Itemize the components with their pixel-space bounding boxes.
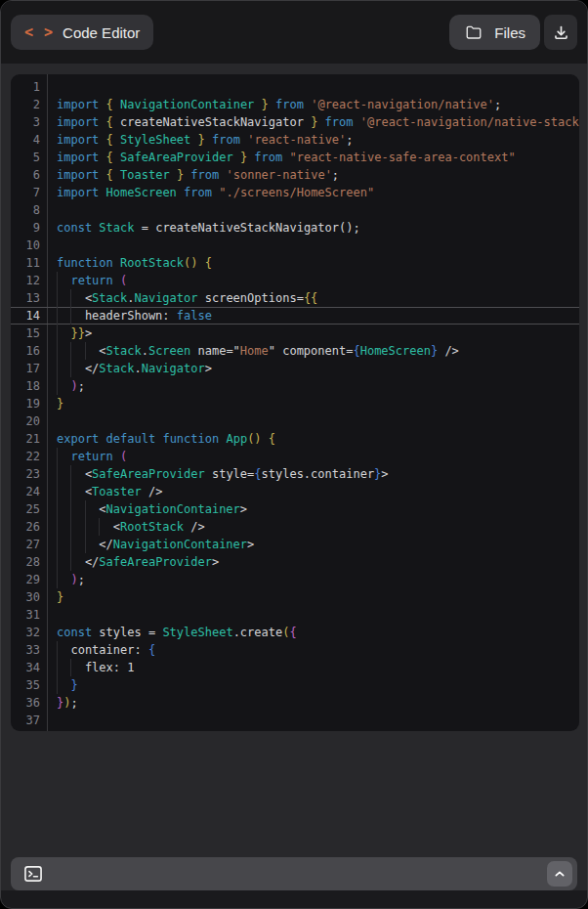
code-token	[170, 168, 177, 182]
code-token	[254, 98, 261, 111]
code-line[interactable]: 9const Stack = createNativeStackNavigato…	[11, 219, 579, 237]
code-line[interactable]: 11function RootStack() {	[11, 254, 579, 272]
code-token: const	[57, 626, 92, 639]
indent-guide	[70, 518, 84, 536]
code-line[interactable]: 18);	[11, 377, 579, 395]
chevron-up-icon	[552, 866, 567, 882]
code-brackets-icon: < >	[24, 23, 54, 41]
code-editor-panel[interactable]: 12import { NavigationContainer } from '@…	[11, 74, 579, 731]
code-line[interactable]: 7import HomeScreen from "./screens/HomeS…	[11, 184, 579, 201]
code-token: function	[162, 432, 219, 446]
code-line[interactable]: 12return (	[11, 272, 579, 289]
code-token: (	[120, 450, 127, 463]
code-line[interactable]: 15}}>	[11, 325, 579, 342]
code-line[interactable]: 24<Toaster />	[11, 483, 579, 500]
code-token: </	[85, 555, 99, 569]
code-line[interactable]: 35}	[11, 676, 579, 694]
code-token: >	[212, 555, 219, 569]
line-number: 11	[11, 254, 40, 272]
code-line[interactable]: 26<RootStack />	[11, 518, 579, 536]
terminal-button[interactable]	[22, 863, 44, 885]
line-number: 10	[11, 237, 40, 254]
code-line[interactable]: 36});	[11, 694, 579, 712]
code-token: >	[240, 502, 247, 516]
code-line[interactable]: 23<SafeAreaProvider style={styles.contai…	[11, 465, 579, 483]
indent-guide	[70, 659, 84, 676]
code-line[interactable]: 34flex: 1	[11, 659, 579, 676]
code-token: NavigationContainer	[120, 98, 254, 111]
code-line[interactable]: 6import { Toaster } from 'sonner-native'…	[11, 166, 579, 184]
code-token: name="	[190, 344, 240, 358]
code-token	[99, 168, 105, 182]
code-line[interactable]: 16<Stack.Screen name="Home" component={H…	[11, 342, 579, 360]
code-token: />	[438, 344, 459, 358]
code-token: {	[353, 344, 359, 358]
code-line[interactable]: 13<Stack.Navigator screenOptions={{	[11, 289, 579, 307]
code-token: styles =	[92, 626, 162, 639]
line-number: 35	[11, 676, 40, 694]
code-line[interactable]: 21export default function App() {	[11, 430, 579, 448]
code-line[interactable]: 14headerShown: false	[11, 307, 579, 325]
code-line[interactable]: 22return (	[11, 448, 579, 465]
code-token: {{	[304, 291, 317, 305]
download-button[interactable]	[544, 15, 577, 50]
code-token: from	[212, 133, 240, 147]
code-token: }	[57, 397, 63, 411]
line-number: 17	[11, 360, 40, 377]
code-token	[205, 133, 212, 147]
code-token: default	[106, 432, 156, 446]
code-line[interactable]: 8	[11, 201, 579, 219]
code-line[interactable]: 1	[11, 78, 579, 96]
files-button[interactable]: Files	[449, 15, 540, 50]
line-number: 32	[11, 624, 40, 641]
code-token	[190, 133, 197, 147]
code-token: }	[262, 98, 269, 111]
code-token: "./screens/HomeScreen"	[219, 186, 374, 199]
code-token	[113, 450, 120, 463]
code-token: {	[205, 256, 212, 270]
line-number: 6	[11, 166, 40, 184]
indent-guide	[70, 500, 84, 518]
code-token: <	[99, 344, 105, 358]
code-line[interactable]: 10	[11, 237, 579, 254]
code-token	[99, 98, 105, 111]
code-line[interactable]: 32const styles = StyleSheet.create({	[11, 624, 579, 641]
code-token: from	[190, 168, 219, 182]
indent-guide	[57, 641, 70, 659]
code-token	[233, 151, 240, 164]
line-number: 33	[11, 641, 40, 659]
code-token: from	[254, 151, 282, 164]
indent-guide	[85, 500, 99, 518]
code-token: ;	[332, 168, 339, 182]
code-token	[99, 133, 105, 147]
code-line[interactable]: 4import { StyleSheet } from 'react-nativ…	[11, 131, 579, 149]
code-token: StyleSheet	[120, 133, 190, 147]
code-line[interactable]: 5import { SafeAreaProvider } from "react…	[11, 149, 579, 166]
code-line[interactable]: 37	[11, 712, 579, 729]
code-line[interactable]: 17</Stack.Navigator>	[11, 360, 579, 377]
console-bar[interactable]	[11, 857, 577, 890]
line-number: 5	[11, 149, 40, 166]
line-number: 31	[11, 606, 40, 624]
code-token: Stack	[92, 291, 127, 305]
code-line[interactable]: 29);	[11, 571, 579, 588]
code-token: SafeAreaProvider	[92, 467, 205, 481]
indent-guide	[85, 536, 99, 553]
code-token: Navigator	[134, 291, 197, 305]
code-line[interactable]: 19}	[11, 395, 579, 412]
code-line[interactable]: 2import { NavigationContainer } from '@r…	[11, 96, 579, 113]
code-token	[198, 256, 205, 270]
expand-console-button[interactable]	[547, 861, 572, 887]
code-line[interactable]: 25<NavigationContainer>	[11, 500, 579, 518]
code-line[interactable]: 20	[11, 412, 579, 430]
code-line[interactable]: 3import { createNativeStackNavigator } f…	[11, 113, 579, 131]
code-token: {	[106, 151, 113, 164]
code-token: screenOptions=	[198, 291, 304, 305]
code-token: = createNativeStackNavigator();	[134, 221, 359, 235]
code-line[interactable]: 30}	[11, 588, 579, 606]
code-line[interactable]: 27</NavigationContainer>	[11, 536, 579, 553]
indent-guide	[57, 553, 70, 571]
code-line[interactable]: 33container: {	[11, 641, 579, 659]
code-line[interactable]: 31	[11, 606, 579, 624]
code-line[interactable]: 28</SafeAreaProvider>	[11, 553, 579, 571]
